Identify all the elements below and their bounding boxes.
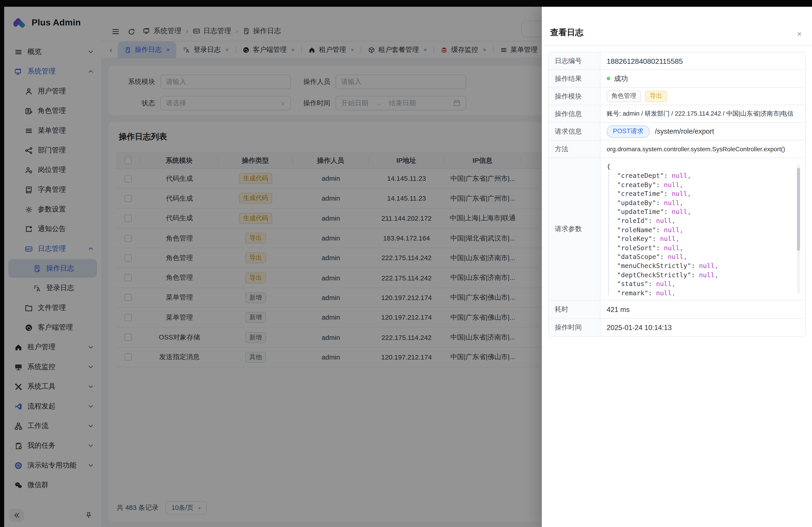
window-left-edge (0, 0, 4, 527)
detail-row-time: 操作时间 2025-01-24 10:14:13 (549, 319, 805, 336)
code-scrollbar-thumb[interactable] (797, 168, 800, 251)
log-id-value: 1882612840802115585 (600, 52, 805, 70)
indent-guide (608, 172, 609, 295)
post-request-tag: POST请求 (607, 125, 650, 137)
detail-row-request: 请求信息 POST请求 /system/role/export (549, 123, 805, 140)
request-info-value: POST请求 /system/role/export (600, 123, 805, 140)
module-tag: 角色管理 (607, 90, 641, 102)
view-log-drawer: 查看日志 × 日志编号 1882612840802115585 操作结果 成功 … (542, 7, 812, 527)
detail-row-info: 操作信息 账号: admin / 研发部门 / 222.175.114.242 … (549, 105, 805, 123)
drawer-title: 查看日志 (550, 28, 583, 38)
operation-time-value: 2025-01-24 10:14:13 (600, 319, 805, 336)
close-icon[interactable]: × (797, 30, 802, 38)
action-tag: 导出 (645, 90, 667, 102)
method-value: org.dromara.system.controller.system.Sys… (600, 140, 805, 157)
duration-value: 421 ms (600, 300, 805, 318)
app-window: Plus Admin 概览 系统管理 用户管理 角色管理 (0, 0, 812, 527)
code-scrollbar[interactable] (797, 164, 800, 294)
modal-backdrop[interactable] (0, 0, 542, 527)
detail-row-module: 操作模块 角色管理 导出 (549, 88, 805, 105)
module-tags: 角色管理 导出 (600, 88, 805, 105)
result-value: 成功 (600, 70, 805, 87)
json-code-block[interactable]: { "createDept": null, "createBy": null, … (606, 162, 800, 296)
detail-row-result: 操作结果 成功 (549, 70, 805, 88)
detail-row-method: 方法 org.dromara.system.controller.system.… (549, 140, 805, 158)
operation-info-value: 账号: admin / 研发部门 / 222.175.114.242 / 中国|… (600, 105, 805, 122)
request-url: /system/role/export (655, 127, 714, 135)
drawer-header: 查看日志 × (542, 7, 812, 46)
success-dot-icon (607, 77, 610, 80)
window-top-edge (0, 0, 812, 7)
detail-row-log-id: 日志编号 1882612840802115585 (549, 52, 805, 70)
request-params-value: { "createDept": null, "createBy": null, … (600, 158, 805, 300)
log-details-table: 日志编号 1882612840802115585 操作结果 成功 操作模块 角色… (548, 52, 806, 337)
detail-row-duration: 耗时 421 ms (549, 300, 805, 318)
detail-row-params: 请求参数 { "createDept": null, "createBy": n… (549, 158, 805, 300)
